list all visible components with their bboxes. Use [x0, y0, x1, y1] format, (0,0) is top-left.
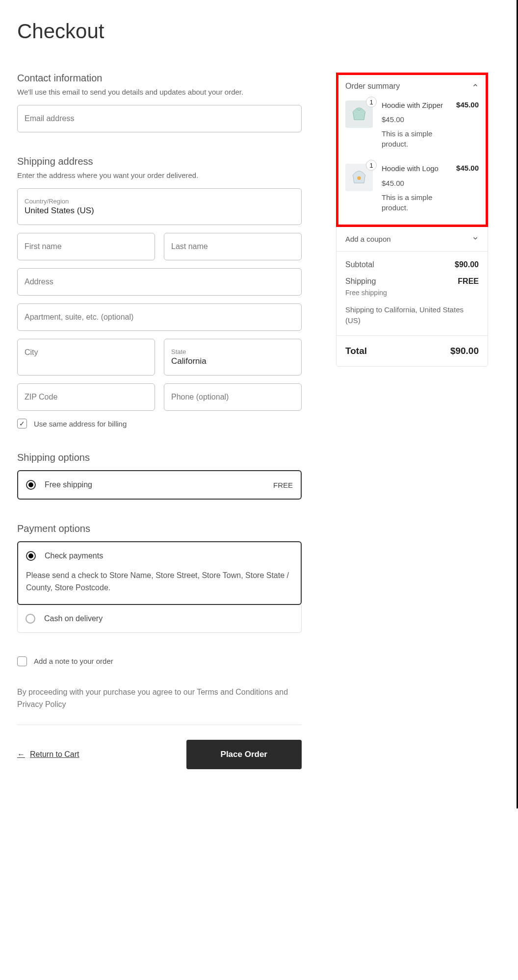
shipping-to: Shipping to California, United States (U… — [345, 304, 479, 327]
radio-selected-icon — [26, 551, 36, 561]
add-coupon-label: Add a coupon — [345, 235, 391, 243]
contact-section: Contact information We'll use this email… — [17, 73, 302, 132]
product-unit-price: $45.00 — [382, 115, 447, 124]
email-field[interactable]: Email address — [17, 105, 302, 132]
add-note-label: Add a note to your order — [34, 657, 113, 665]
payment-cod-label: Cash on delivery — [44, 614, 293, 623]
subtotal-value: $90.00 — [455, 260, 479, 269]
radio-unselected-icon — [26, 614, 35, 624]
address-field[interactable]: Address — [17, 268, 302, 296]
first-name-field[interactable]: First name — [17, 233, 155, 260]
radio-selected-icon — [26, 480, 36, 490]
quantity-badge: 1 — [366, 160, 377, 171]
payment-option-check[interactable]: Check payments Please send a check to St… — [17, 541, 302, 605]
payment-heading: Payment options — [17, 523, 302, 534]
add-note-checkbox[interactable]: Add a note to your order — [17, 656, 302, 666]
subtotal-label: Subtotal — [345, 260, 374, 269]
address-label: Address — [25, 277, 53, 286]
shipping-section: Shipping address Enter the address where… — [17, 156, 302, 428]
phone-field[interactable]: Phone (optional) — [164, 383, 302, 411]
product-desc: This is a simple product. — [382, 192, 447, 213]
order-summary-heading: Order summary — [345, 82, 400, 91]
state-field[interactable]: State California — [164, 339, 302, 376]
state-value: California — [171, 356, 294, 366]
add-coupon-toggle[interactable]: Add a coupon — [337, 227, 488, 251]
product-name: Hoodie with Zipper — [382, 101, 447, 110]
payment-check-label: Check payments — [45, 552, 293, 560]
apartment-field[interactable]: Apartment, suite, etc. (optional) — [17, 303, 302, 331]
arrow-left-icon: ← — [17, 750, 25, 759]
order-item: 1 Hoodie with Zipper $45.00 This is a si… — [345, 101, 479, 149]
checkbox-empty-icon — [17, 656, 27, 666]
city-field[interactable]: City — [17, 339, 155, 376]
country-field[interactable]: Country/Region United States (US) — [17, 188, 302, 225]
shipping-option-label: Free shipping — [45, 480, 264, 489]
same-billing-checkbox[interactable]: ✓ Use same address for billing — [17, 419, 302, 428]
place-order-button[interactable]: Place Order — [186, 740, 302, 769]
last-name-label: Last name — [171, 242, 208, 251]
shipping-value: FREE — [458, 277, 479, 286]
shipping-options-section: Shipping options Free shipping FREE — [17, 452, 302, 500]
phone-label: Phone (optional) — [171, 393, 229, 401]
chevron-down-icon — [472, 235, 479, 243]
terms-text: By proceeding with your purchase you agr… — [17, 686, 302, 711]
product-name: Hoodie with Logo — [382, 164, 447, 174]
product-thumbnail: 1 — [345, 101, 373, 128]
total-value: $90.00 — [450, 346, 479, 356]
page-title: Checkout — [17, 20, 499, 43]
payment-check-desc: Please send a check to Store Name, Store… — [26, 570, 293, 594]
city-label: City — [25, 348, 38, 356]
zip-label: ZIP Code — [25, 393, 57, 401]
svg-point-0 — [357, 176, 361, 180]
country-value: United States (US) — [25, 206, 294, 216]
hoodie-icon — [349, 104, 369, 124]
divider — [17, 725, 302, 725]
same-billing-label: Use same address for billing — [34, 420, 127, 428]
product-desc: This is a simple product. — [382, 128, 447, 149]
first-name-label: First name — [25, 242, 62, 251]
shipping-note: Free shipping — [345, 289, 479, 297]
checkmark-icon: ✓ — [17, 419, 27, 428]
product-line-total: $45.00 — [456, 164, 479, 212]
shipping-label: Shipping — [345, 277, 376, 286]
zip-field[interactable]: ZIP Code — [17, 383, 155, 411]
country-label: Country/Region — [25, 198, 294, 205]
email-label: Email address — [25, 114, 74, 123]
state-label: State — [171, 348, 294, 355]
total-label: Total — [345, 346, 367, 356]
payment-option-cod[interactable]: Cash on delivery — [17, 605, 302, 633]
contact-desc: We'll use this email to send you details… — [17, 88, 302, 96]
payment-section: Payment options Check payments Please se… — [17, 523, 302, 633]
return-to-cart-label: Return to Cart — [30, 750, 79, 759]
shipping-desc: Enter the address where you want your or… — [17, 171, 302, 179]
product-unit-price: $45.00 — [382, 179, 447, 187]
hoodie-icon — [349, 168, 369, 187]
shipping-heading: Shipping address — [17, 156, 302, 167]
contact-heading: Contact information — [17, 73, 302, 84]
order-summary-highlight: Order summary 1 — [336, 73, 488, 227]
product-thumbnail: 1 — [345, 164, 373, 191]
last-name-field[interactable]: Last name — [164, 233, 302, 260]
product-line-total: $45.00 — [456, 101, 479, 149]
chevron-up-icon[interactable] — [472, 82, 479, 91]
order-item: 1 Hoodie with Logo $45.00 This is a simp… — [345, 164, 479, 212]
shipping-option-price: FREE — [273, 481, 293, 489]
order-summary-panel: Order summary 1 — [336, 73, 488, 367]
apartment-label: Apartment, suite, etc. (optional) — [25, 313, 133, 321]
quantity-badge: 1 — [366, 97, 377, 107]
shipping-option-free[interactable]: Free shipping FREE — [17, 470, 302, 500]
shipping-options-heading: Shipping options — [17, 452, 302, 463]
return-to-cart-link[interactable]: ← Return to Cart — [17, 750, 79, 759]
